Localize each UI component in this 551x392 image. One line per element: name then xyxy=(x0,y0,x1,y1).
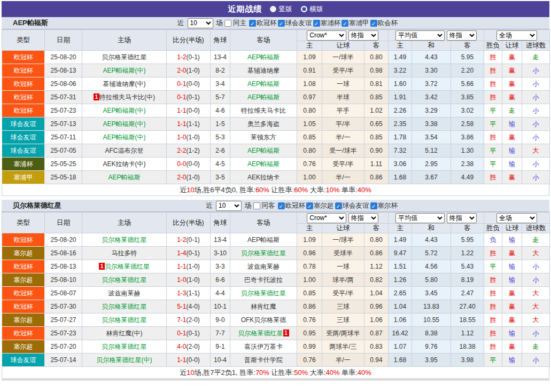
league-filter-checkbox[interactable]: ✓ xyxy=(249,20,256,27)
halftime-score: (1-0) xyxy=(187,67,200,74)
col-header-avg-draw: 和 xyxy=(412,41,451,51)
result-handicap: 输 xyxy=(502,144,522,158)
team-name-text: 贝尔格莱德红星 xyxy=(102,303,147,310)
summary-segment: 近 xyxy=(180,186,187,194)
result-outcome: 胜 xyxy=(484,327,502,340)
halftime-score: (0-0) xyxy=(187,80,200,88)
col-header-away: 客场 xyxy=(230,30,297,51)
odds-time-select[interactable]: 终指 xyxy=(348,213,378,223)
col-header-date: 日期 xyxy=(45,30,82,51)
match-count-select[interactable]: 10 xyxy=(216,201,242,211)
result-handicap: 赢 xyxy=(502,247,522,260)
bookmaker-select[interactable]: Crow* xyxy=(307,30,346,41)
match-date: 25-07-23 xyxy=(45,104,82,117)
home-team: 波兹南莱赫 xyxy=(82,287,167,300)
team-name-text: 马拉多特 xyxy=(112,249,137,257)
odds-away: 0.85 xyxy=(364,131,389,144)
league-filter-item: ✓欧会杯 xyxy=(370,19,398,28)
odds-away: 0.80 xyxy=(364,233,389,247)
fulltime-score: 0-0 xyxy=(177,160,186,168)
team-name-text: 莱顿东方 xyxy=(251,134,276,141)
result-handicap: 输 xyxy=(502,233,522,247)
league-filter-checkbox[interactable]: ✓ xyxy=(313,20,320,27)
league-filter-checkbox[interactable]: ✓ xyxy=(306,202,313,209)
scope-select[interactable]: 全场 xyxy=(496,213,537,223)
fulltime-score: 0-1 xyxy=(177,93,186,101)
avg-time-select[interactable]: 终指 xyxy=(447,30,477,41)
col-header-outcome: 胜负 xyxy=(484,224,502,233)
odds-home: 1.09 xyxy=(297,233,322,247)
scope-select[interactable]: 全场 xyxy=(496,30,537,41)
avg-draw: 3.54 xyxy=(412,131,451,144)
same-venue-checkbox[interactable] xyxy=(253,202,260,209)
away-team: 贝尔格莱德红星1 xyxy=(230,327,297,340)
col-header-away: 客场 xyxy=(230,213,297,233)
team-name-text: 贝尔格莱德红星 xyxy=(105,263,150,270)
matches-table: 类型 日期 主场 比分(半场) 角球 客场 Crow* 终指 平均值 终指 xyxy=(2,29,550,184)
odds-handicap: 半/一 xyxy=(322,171,364,184)
layout-radio-group: 竖版 横版 xyxy=(270,5,323,14)
avg-away: 18.55 xyxy=(451,313,484,327)
avg-away: 2.38 xyxy=(451,158,484,171)
avg-away: 2.47 xyxy=(451,287,484,300)
col-header-goals: 进球数 xyxy=(522,224,550,233)
avg-time-select[interactable]: 终指 xyxy=(447,213,477,223)
team-name-text: 贝尔格莱德红星 xyxy=(241,289,286,297)
result-goals: 小 xyxy=(522,158,550,171)
league-badge: 球会友谊 xyxy=(2,117,45,131)
col-header-type: 类型 xyxy=(2,213,45,233)
odds-home: 0.76 xyxy=(297,158,322,171)
league-filter-checkbox[interactable]: ✓ xyxy=(370,20,377,27)
league-filter-checkbox[interactable]: ✓ xyxy=(278,20,285,27)
bookmaker-select[interactable]: Crow* xyxy=(307,213,346,223)
league-filter-item: ✓欧冠杯 xyxy=(249,19,277,28)
league-filter-label: 球会友谊 xyxy=(343,201,369,210)
summary-segment: 60% xyxy=(294,186,308,194)
league-filter-checkbox[interactable]: ✓ xyxy=(335,202,342,209)
horizontal-layout-radio[interactable]: 横版 xyxy=(301,5,323,14)
radio-unselected-icon xyxy=(301,6,307,12)
col-header-avg-away: 客 xyxy=(451,41,484,51)
home-team: 林肯红魔(中) xyxy=(82,327,167,340)
average-select-group: 平均值 终指 xyxy=(389,30,484,41)
team-name-text: 嘉沃伊万基卡 xyxy=(244,343,283,350)
odds-handicap: 两球半/三 xyxy=(322,340,364,354)
same-venue-checkbox[interactable] xyxy=(224,20,231,27)
result-handicap: 输 xyxy=(502,158,522,171)
result-outcome: 胜 xyxy=(484,131,502,144)
odds-away: 0.83 xyxy=(364,340,389,354)
league-filter-checkbox[interactable]: ✓ xyxy=(342,20,348,27)
league-filter-checkbox[interactable]: ✓ xyxy=(278,202,285,209)
result-handicap: 赢 xyxy=(502,64,522,77)
odds-away: 0.86 xyxy=(364,171,389,184)
result-outcome: 胜 xyxy=(484,247,502,260)
avg-draw: 3.29 xyxy=(412,104,451,117)
result-goals: 走 xyxy=(522,51,550,64)
league-filter-checkbox[interactable]: ✓ xyxy=(370,202,377,209)
match-date: 25-08-20 xyxy=(45,51,82,64)
scope-select-group: 全场 xyxy=(484,30,550,41)
halftime-score: (4-0) xyxy=(187,303,200,310)
avg-home: 1.51 xyxy=(389,260,412,273)
filter-prefix-label: 近 xyxy=(177,19,184,28)
odds-handicap: 受平/半 xyxy=(322,158,364,171)
odds-time-select[interactable]: 终指 xyxy=(348,30,378,41)
league-badge: 欧冠杯 xyxy=(2,233,45,247)
avg-draw: 3.30 xyxy=(412,64,451,77)
vertical-layout-radio[interactable]: 竖版 xyxy=(270,5,292,14)
team-name-text: OFK贝尔格莱德 xyxy=(241,316,286,324)
corner-stat: 4-5 xyxy=(211,158,230,171)
league-filter-label: 球会友谊 xyxy=(285,19,312,28)
summary-segment: 场,胜6平4负0, 胜率: xyxy=(195,186,255,194)
result-outcome: 胜 xyxy=(484,300,502,313)
team-name-text: 林肯红魔(中) xyxy=(106,330,143,337)
filter-controls: 近 10 场 同主 ✓欧冠杯✓球会友谊✓塞浦杯✓塞浦甲✓欧会杯 xyxy=(177,18,398,28)
fulltime-score: 1-2 xyxy=(177,236,186,244)
match-count-select[interactable]: 10 xyxy=(188,18,213,28)
odds-handicap: 平/半 xyxy=(322,117,364,131)
result-goals: 大 xyxy=(522,300,550,313)
odds-away: 0.82 xyxy=(364,273,389,287)
average-select[interactable]: 平均值 xyxy=(395,213,445,223)
league-filter-group: ✓欧冠杯✓塞尔超✓球会友谊✓塞尔杯 xyxy=(277,201,398,210)
average-select[interactable]: 平均值 xyxy=(395,30,445,41)
